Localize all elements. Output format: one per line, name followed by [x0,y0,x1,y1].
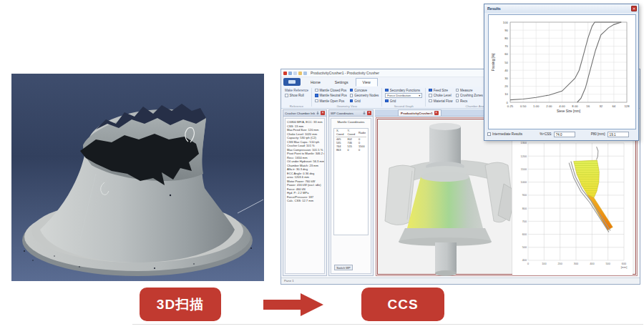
column-header: Y-Coord [347,129,358,137]
checkbox-icon [429,89,432,92]
material-flow-checkbox[interactable]: Material Flow [429,99,452,103]
svg-text:16: 16 [586,104,590,108]
checkbox-icon [456,99,459,103]
svg-text:0.25: 0.25 [507,104,514,108]
svg-text:500: 500 [605,262,610,265]
choke-level-checkbox[interactable]: Choke Level [429,94,452,98]
redo-icon[interactable] [298,72,302,75]
mantle-neutral-pos-checkbox[interactable]: Mantle Neutral Pos [315,94,347,98]
concave-checkbox[interactable]: Concave [350,88,379,92]
checkbox-label: Mantle Neutral Pos [320,94,347,97]
select-value: Force Distribution [387,94,411,97]
tab-settings[interactable]: Settings [328,78,356,87]
svg-text:400: 400 [590,262,594,265]
svg-text:10: 10 [504,92,508,96]
document-tab[interactable]: ProductivityCrusher1 × [398,109,441,116]
checkbox-label: Secondary Functions [390,89,420,92]
checkbox-icon [315,99,318,103]
svg-text:[mm]: [mm] [621,266,627,269]
checkbox-icon [350,94,353,97]
group-label: Reference [283,104,311,108]
window-title: ProductivityCrusher1 - Productivity Crus… [311,71,379,75]
wp-coordinates-panel: WP Coordinates × Mantle Coordinates X-Co… [328,109,374,276]
geometry-nodes-checkbox[interactable]: Geometry Nodes [350,94,379,98]
crusher-3d-render [384,121,516,277]
command-label: Make Reference [285,89,308,92]
crushing-zones-checkbox[interactable]: Crushing Zones [456,94,483,98]
mantle-closed-pos-checkbox[interactable]: Mantle Closed Pos [315,88,347,92]
group-label: Geometry View [313,104,381,108]
checkbox-icon [385,99,389,103]
mantle-open-pos-checkbox[interactable]: Mantle Open Pos [315,99,347,103]
force-distribution-dropdown[interactable]: Force Distribution▾ [385,94,422,98]
pin-icon[interactable] [362,111,366,115]
checkbox-label: Concave [354,89,367,92]
info-line: Calc. CSS: 12.7 mm [287,199,323,203]
results-title: Results [486,6,631,11]
svg-text:100: 100 [542,262,546,265]
checkbox-icon [456,94,459,97]
make-reference-command[interactable]: Make Reference [285,88,308,92]
svg-text:600: 600 [522,233,527,236]
info-line: Max Feed Size: 120 mm [287,128,323,132]
checkbox-label: Geometry Nodes [354,94,379,97]
secondary-functions-checkbox[interactable]: Secondary Functions [385,88,422,92]
intermediate-results-checkbox[interactable] [487,132,491,136]
close-icon[interactable]: × [367,111,371,115]
close-icon[interactable]: × [631,6,637,11]
p80-label: P80 [mm]: [591,132,606,136]
table-row: 86300 [336,148,366,152]
feed-size-checkbox[interactable]: Feed Size [429,88,452,92]
svg-text:1000: 1000 [521,181,527,184]
group-separator [425,88,426,107]
info-line: CG800 MF/A, ECC: 33 mm [287,120,323,124]
css-label: %<CSS: [540,132,552,136]
checkbox-icon [315,89,318,92]
mantle-coordinates-label: Mantle Coordinates [331,119,371,124]
results-titlebar: Results × [484,4,638,13]
recs-checkbox[interactable]: Recs [456,99,483,103]
intermediate-results-label: Intermediate Results [492,132,522,136]
close-icon[interactable]: × [321,111,325,115]
group-separator [311,88,312,107]
checkbox-icon [429,99,432,103]
chamber-info-body: CG800 MF/A, ECC: 33 mmCSS: 13 mmMax Feed… [285,118,325,274]
svg-text:128: 128 [624,104,630,108]
print-icon[interactable] [303,72,307,75]
switch-wp-button[interactable]: Switch WP [334,265,353,270]
tab-view[interactable]: View [356,78,378,87]
measure-checkbox[interactable]: Measure [456,88,483,92]
svg-text:600: 600 [622,262,626,265]
svg-text:Sieve Size [mm]: Sieve Size [mm] [557,109,580,113]
undo-icon[interactable] [293,72,297,75]
svg-text:30: 30 [504,77,508,80]
svg-text:1300: 1300 [521,142,527,144]
info-line: Power: 416 kW (excl. idle) [287,183,323,187]
p80-value-field[interactable]: 19.1 [608,132,629,137]
svg-text:0: 0 [507,101,509,104]
chamber-info-title: Crusher Chamber Info. [285,112,315,115]
document-content: 0100200300400500600130012001100100090080… [376,117,638,276]
pin-icon[interactable] [316,111,320,115]
divider [132,324,643,325]
file-menu-button[interactable] [283,78,301,86]
css-value-field[interactable]: 74.0 [554,132,575,137]
table-cell: 0 [358,148,366,152]
svg-text:2.00: 2.00 [546,104,552,108]
table-cell: 0 [347,148,358,152]
slide-canvas: ProductivityCrusher1 - Productivity Crus… [0,0,644,329]
svg-text:0: 0 [527,262,529,265]
grid-checkbox[interactable]: Grid [350,99,379,103]
save-icon[interactable] [288,72,292,75]
show-roll-checkbox[interactable]: Show Roll [285,94,308,98]
checkbox-icon [315,94,318,97]
results-dialog: Results × 0.250.501.002.004.008.00163264… [484,4,639,141]
close-icon[interactable]: × [434,111,439,115]
svg-text:70: 70 [504,44,508,48]
ribbon-group-geometry-view: Mantle Closed PosMantle Neutral PosMantl… [313,87,381,108]
grid-checkbox[interactable]: Grid [385,99,422,103]
svg-text:90: 90 [504,29,508,32]
table-cell: 863 [336,148,347,152]
svg-text:50: 50 [504,61,508,64]
tab-home[interactable]: Home [303,78,328,87]
